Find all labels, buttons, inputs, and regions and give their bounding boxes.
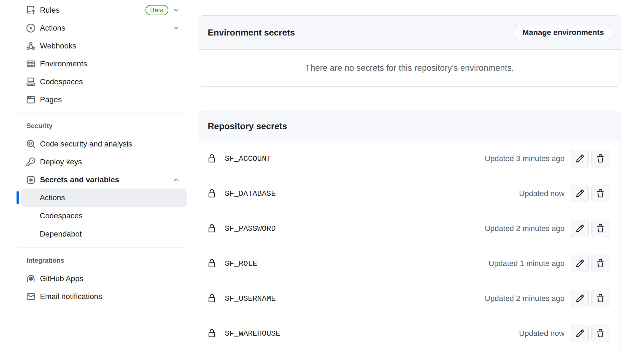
secret-row: SF_ACCOUNT Updated 3 minutes ago	[199, 141, 620, 176]
edit-secret-button[interactable]	[571, 150, 589, 167]
edit-secret-button[interactable]	[571, 220, 589, 237]
sidebar-item-webhooks[interactable]: Webhooks	[17, 37, 187, 55]
lock-icon	[207, 224, 216, 233]
secret-row: SF_ROLE Updated 1 minute ago	[199, 246, 620, 281]
pencil-icon	[576, 259, 584, 268]
trash-icon	[596, 259, 605, 268]
delete-secret-button[interactable]	[592, 290, 609, 307]
secrets-main-content: Environment secrets Manage environments …	[199, 15, 620, 351]
secret-row: SF_WAREHOUSE Updated now	[199, 316, 620, 351]
edit-secret-button[interactable]	[571, 290, 589, 307]
environment-secrets-empty-message: There are no secrets for this repository…	[199, 50, 620, 86]
secret-updated-text: Updated 1 minute ago	[488, 259, 565, 268]
sidebar-item-label: Secrets and variables	[40, 176, 119, 184]
section-label-security: Security	[26, 122, 187, 130]
sidebar-item-code-security[interactable]: Code security and analysis	[17, 135, 187, 153]
environment-secrets-header: Environment secrets Manage environments	[199, 16, 620, 50]
sidebar-item-pages[interactable]: Pages	[17, 91, 187, 108]
chevron-down-icon	[173, 7, 180, 13]
lock-icon	[207, 259, 216, 268]
secret-row: SF_USERNAME Updated 2 minutes ago	[199, 281, 620, 316]
repository-secrets-card: Repository secrets SF_ACCOUNT Updated 3 …	[199, 111, 620, 351]
delete-secret-button[interactable]	[592, 185, 609, 202]
sidebar-item-actions[interactable]: Actions	[17, 19, 187, 37]
secret-row: SF_DATABASE Updated now	[199, 176, 620, 211]
secret-name: SF_DATABASE	[225, 189, 276, 198]
sidebar-item-codespaces[interactable]: Codespaces	[17, 73, 187, 91]
section-label-integrations: Integrations	[26, 256, 187, 265]
webhook-icon	[26, 42, 35, 50]
chevron-down-icon	[173, 25, 180, 31]
delete-secret-button[interactable]	[592, 150, 609, 167]
codescan-icon	[26, 140, 35, 148]
repository-secrets-header: Repository secrets	[199, 111, 620, 141]
delete-secret-button[interactable]	[592, 325, 609, 342]
trash-icon	[596, 329, 605, 338]
sidebar-item-label: Environments	[40, 60, 87, 68]
secret-name: SF_ACCOUNT	[225, 154, 271, 163]
secret-name: SF_ROLE	[225, 259, 257, 268]
lock-icon	[207, 329, 216, 338]
sidebar-item-label: Deploy keys	[40, 158, 82, 166]
hubot-icon	[26, 274, 35, 283]
sidebar-item-label: Code security and analysis	[40, 140, 132, 148]
sidebar-item-label: Pages	[40, 96, 62, 104]
secret-updated-text: Updated now	[519, 329, 565, 338]
sidebar-item-label: GitHub Apps	[40, 275, 83, 282]
edit-secret-button[interactable]	[571, 185, 589, 202]
sidebar-item-secrets-and-variables[interactable]: Secrets and variables	[17, 171, 187, 189]
sidebar-subitem-actions[interactable]: Actions	[21, 189, 187, 207]
rules-icon	[26, 6, 35, 15]
lock-icon	[207, 294, 216, 303]
edit-secret-button[interactable]	[571, 255, 589, 272]
server-icon	[26, 59, 35, 68]
manage-environments-button[interactable]: Manage environments	[515, 25, 611, 40]
repository-settings-page: Rules Beta Actions Webhooks Environments…	[0, 0, 632, 364]
delete-secret-button[interactable]	[592, 255, 609, 272]
trash-icon	[596, 154, 605, 163]
sidebar-item-github-apps[interactable]: GitHub Apps	[17, 270, 187, 287]
asterisk-box-icon	[26, 175, 35, 184]
sidebar-item-label: Codespaces	[40, 78, 83, 86]
pencil-icon	[576, 154, 584, 163]
sidebar-item-rules[interactable]: Rules Beta	[17, 1, 187, 19]
play-icon	[26, 24, 35, 32]
key-icon	[26, 157, 35, 166]
sidebar-item-label: Actions	[40, 24, 65, 32]
sidebar-item-email-notifications[interactable]: Email notifications	[17, 287, 187, 305]
pencil-icon	[576, 294, 584, 303]
pencil-icon	[576, 329, 584, 338]
trash-icon	[596, 189, 605, 198]
edit-secret-button[interactable]	[571, 325, 589, 342]
environment-secrets-title: Environment secrets	[208, 28, 295, 38]
sidebar-divider	[18, 248, 186, 248]
browser-icon	[26, 95, 35, 104]
trash-icon	[596, 224, 605, 233]
sidebar-subitem-codespaces[interactable]: Codespaces	[21, 207, 187, 225]
sidebar-item-label: Webhooks	[40, 42, 76, 50]
sidebar-subitem-label: Dependabot	[40, 230, 82, 238]
secret-name: SF_USERNAME	[225, 294, 276, 303]
secret-name: SF_PASSWORD	[225, 224, 276, 233]
sidebar-item-deploy-keys[interactable]: Deploy keys	[17, 153, 187, 171]
delete-secret-button[interactable]	[592, 220, 609, 237]
secret-row: SF_PASSWORD Updated 2 minutes ago	[199, 211, 620, 246]
lock-icon	[207, 189, 216, 198]
secret-updated-text: Updated 2 minutes ago	[485, 294, 565, 303]
chevron-up-icon	[173, 176, 180, 183]
sidebar-item-environments[interactable]: Environments	[17, 55, 187, 73]
beta-badge: Beta	[145, 5, 168, 15]
sidebar-subitem-label: Actions	[40, 193, 65, 202]
lock-icon	[207, 154, 216, 163]
sidebar-subitem-dependabot[interactable]: Dependabot	[21, 225, 187, 243]
secret-name: SF_WAREHOUSE	[225, 329, 280, 338]
settings-sidebar: Rules Beta Actions Webhooks Environments…	[17, 1, 187, 305]
sidebar-subitem-label: Codespaces	[40, 211, 83, 220]
trash-icon	[596, 294, 605, 303]
secret-updated-text: Updated 3 minutes ago	[485, 154, 565, 163]
mail-icon	[26, 292, 35, 301]
pencil-icon	[576, 189, 584, 198]
sidebar-item-label: Rules	[40, 6, 60, 14]
pencil-icon	[576, 224, 584, 233]
secret-updated-text: Updated now	[519, 189, 565, 198]
